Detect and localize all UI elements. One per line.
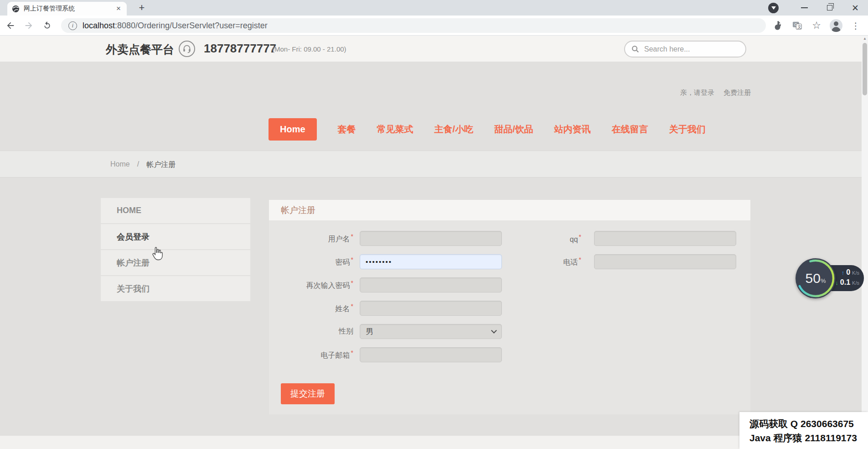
reload-button[interactable] [39,18,55,33]
opening-hours: (Mon- Fri: 09.00 - 21.00) [272,45,346,53]
watermark-box: 源码获取 Q 2630663675 Java 程序猿 2118119173 [739,412,868,449]
profile-avatar[interactable] [830,19,842,32]
form-row-qq: qq* [556,231,736,246]
sidebar-item-home[interactable]: HOME [101,198,250,223]
register-panel: 帐户注册 用户名* 密码* •••••••• 再次输入密码* 姓名* [269,200,750,414]
required-mark: * [351,256,353,263]
password-key-icon[interactable] [772,20,784,31]
nav-item-combo[interactable]: 套餐 [338,123,356,136]
form-row-name: 姓名* [294,301,502,316]
required-mark: * [351,233,353,240]
sidebar-item-about[interactable]: 关于我们 [101,276,250,301]
window-controls: ✕ [768,0,868,16]
tab-title: 网上订餐管理系统 [24,5,111,13]
site-header: 外卖点餐平台 18778777777 (Mon- Fri: 09.00 - 21… [0,36,862,62]
nav-item-about[interactable]: 关于我们 [669,123,706,136]
forward-button[interactable] [21,18,36,33]
upload-speed: 0 [846,268,850,277]
sidebar-item-register[interactable]: 帐户注册 [101,250,250,275]
chevron-down-icon [491,328,497,334]
register-form: 用户名* 密码* •••••••• 再次输入密码* 姓名* 性别 [269,221,750,414]
upload-arrow-icon: ↑ [842,269,845,276]
username-input[interactable] [360,231,502,246]
nav-item-staple[interactable]: 主食/小吃 [434,123,474,136]
phone-number: 18778777777 [204,42,276,56]
password-confirm-input[interactable] [360,277,502,292]
password-input[interactable]: •••••••• [360,254,502,269]
telephone-input[interactable] [594,254,736,269]
required-mark: * [579,256,581,263]
watermark-line2: Java 程序猿 2118119173 [749,431,868,445]
browser-tab[interactable]: 网上订餐管理系统 × [7,2,127,16]
minimize-button[interactable] [791,0,817,16]
restore-button[interactable] [817,0,842,16]
upload-unit: K/s [852,270,859,276]
headset-icon [179,41,195,57]
page-info-icon[interactable]: i [68,21,77,30]
form-row-password2: 再次输入密码* [294,277,502,292]
gender-select[interactable]: 男 [360,324,502,339]
realname-input[interactable] [360,301,502,316]
panel-title: 帐户注册 [269,200,750,221]
required-mark: * [351,349,353,356]
login-link[interactable]: 亲，请登录 [680,89,714,97]
scroll-up-icon[interactable]: ▲ [862,37,868,41]
submit-register-button[interactable]: 提交注册 [281,383,335,404]
nav-item-dessert[interactable]: 甜品/饮品 [494,123,533,136]
sidebar-menu: HOME 会员登录 帐户注册 关于我们 [101,198,250,302]
search-icon [631,45,640,53]
sidebar-item-login[interactable]: 会员登录 [101,224,250,249]
translate-icon[interactable]: G文 [791,20,803,31]
nav-item-home[interactable]: Home [269,118,317,141]
url-path: :8080/Ordering/UserServlet?user=register [115,21,268,30]
user-links: 亲，请登录 免费注册 [680,89,751,97]
browser-window: 网上订餐管理系统 × + ✕ i localhost:8080/Ordering… [0,0,868,449]
form-row-telephone: 电话* [556,254,736,269]
breadcrumb: Home / 帐户注册 [110,160,176,170]
url-host: localhost [83,21,115,30]
bookmark-star-icon[interactable]: ☆ [811,20,822,31]
browser-toolbar: i localhost:8080/Ordering/UserServlet?us… [0,16,868,36]
main-nav: Home 套餐 常见菜式 主食/小吃 甜品/饮品 站内资讯 在线留言 关于我们 [269,118,706,141]
search-input[interactable] [644,45,731,53]
address-bar[interactable]: i localhost:8080/Ordering/UserServlet?us… [61,18,766,33]
form-left-column: 用户名* 密码* •••••••• 再次输入密码* 姓名* 性别 [294,231,502,371]
required-mark: * [579,233,581,240]
browser-titlebar: 网上订餐管理系统 × + ✕ [0,0,868,16]
tab-close-icon[interactable]: × [115,4,122,13]
toolbar-icons: G文 ☆ ⋮ [772,16,862,36]
progress-ring [796,258,836,298]
nav-item-message[interactable]: 在线留言 [612,123,648,136]
svg-text:文: 文 [797,25,801,29]
breadcrumb-current: 帐户注册 [146,160,176,170]
nav-item-news[interactable]: 站内资讯 [554,123,591,136]
page-scrollbar[interactable]: ▲ ▼ [862,36,868,449]
required-mark: * [351,303,353,310]
download-arrow-icon: ↓ [835,279,838,286]
form-row-gender: 性别 男 [294,324,502,339]
speed-widget[interactable]: ↑ 0 K/s ↓ 0.1 K/s 50 % [796,258,864,298]
url-text[interactable]: localhost:8080/Ordering/UserServlet?user… [83,21,268,31]
gender-selected-value: 男 [366,326,373,337]
browser-menu-icon[interactable]: ⋮ [850,20,862,31]
breadcrumb-home[interactable]: Home [110,160,130,170]
download-speed: 0.1 [840,278,850,287]
download-manager-icon[interactable] [768,3,779,13]
qq-input[interactable] [594,231,736,246]
mouse-cursor [150,246,164,262]
breadcrumb-bar: Home / 帐户注册 [0,151,862,178]
required-mark: * [351,279,353,287]
register-link[interactable]: 免费注册 [723,89,751,97]
search-box[interactable] [624,41,746,57]
nav-item-dishes[interactable]: 常见菜式 [377,123,413,136]
email-input[interactable] [360,347,502,362]
form-row-email: 电子邮箱* [294,347,502,362]
new-tab-button[interactable]: + [135,1,149,15]
site-logo[interactable]: 外卖点餐平台 [106,42,174,57]
scrollbar-thumb[interactable] [863,43,867,95]
close-window-button[interactable]: ✕ [842,0,868,16]
form-row-username: 用户名* [294,231,502,246]
watermark-line1: 源码获取 Q 2630663675 [749,417,868,431]
back-button[interactable] [3,18,18,33]
footer-strip [0,436,862,449]
